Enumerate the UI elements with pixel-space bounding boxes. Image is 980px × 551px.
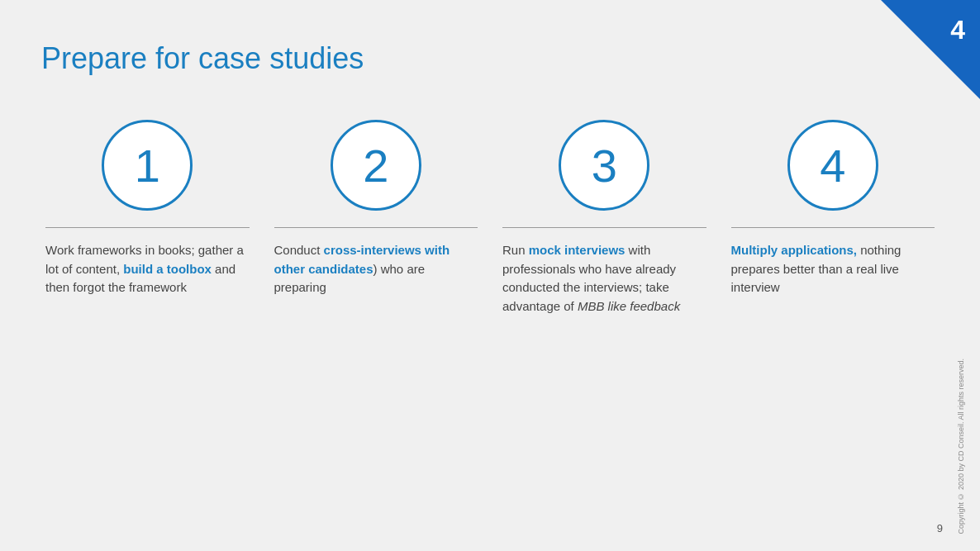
step-3-highlight: mock interviews [529, 243, 626, 257]
slide: 4 Prepare for case studies 1 Work framew… [0, 0, 980, 551]
step-4: 4 Multiply applications, nothing prepare… [719, 120, 948, 316]
step-1-divider [45, 227, 250, 228]
step-1-circle: 1 [102, 120, 193, 211]
step-3-divider [502, 227, 706, 228]
corner-triangle [881, 0, 980, 99]
step-2-divider [274, 227, 478, 228]
step-2: 2 Conduct cross-interviews with other ca… [262, 120, 491, 316]
step-3-circle-wrapper: 3 [502, 120, 706, 211]
step-4-circle: 4 [787, 120, 878, 211]
step-3: 3 Run mock interviews with professionals… [490, 120, 719, 316]
step-4-circle-wrapper: 4 [731, 120, 935, 211]
copyright-text: Copyright © 2020 by CD Conseil. All righ… [957, 359, 965, 534]
step-3-text: Run mock interviews with professionals w… [502, 241, 706, 316]
step-4-text: Multiply applications, nothing prepares … [731, 241, 935, 297]
steps-container: 1 Work frameworks in books; gather a lot… [33, 120, 947, 316]
step-2-circle-wrapper: 2 [274, 120, 478, 211]
step-2-circle: 2 [331, 120, 421, 211]
step-4-divider [731, 227, 935, 228]
step-1: 1 Work frameworks in books; gather a lot… [33, 120, 262, 316]
step-2-highlight: cross-interviews with other candidates [274, 243, 450, 276]
corner-slide-number: 4 [950, 15, 965, 45]
step-1-circle-wrapper: 1 [45, 120, 250, 211]
step-4-highlight: Multiply applications, [731, 243, 858, 257]
step-2-text: Conduct cross-interviews with other cand… [274, 241, 478, 297]
step-3-circle: 3 [559, 120, 649, 211]
corner-accent: 4 [881, 0, 980, 99]
step-3-italic: MBB like feedback [578, 299, 680, 313]
step-1-highlight: build a toolbox [123, 262, 212, 276]
step-1-text: Work frameworks in books; gather a lot o… [45, 241, 250, 297]
page-number: 9 [937, 522, 943, 534]
page-title: Prepare for case studies [41, 41, 364, 76]
